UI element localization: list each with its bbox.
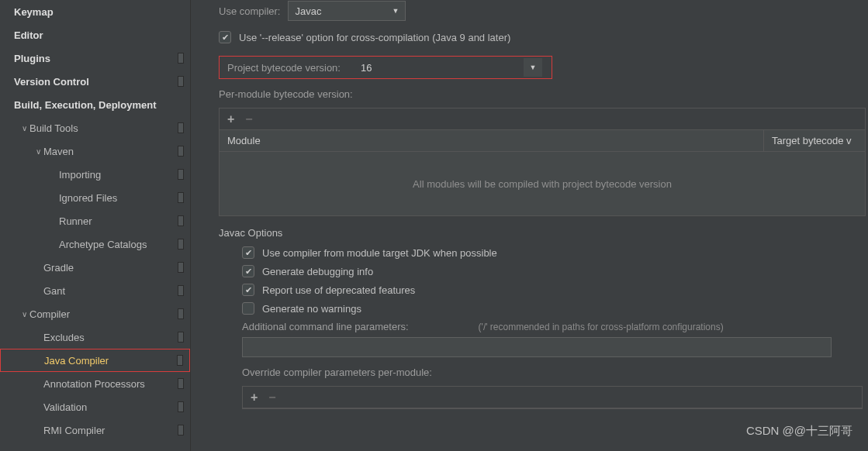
sidebar-item-build-tools[interactable]: ∨Build Tools <box>0 116 190 139</box>
scope-indicator-icon <box>178 53 184 64</box>
javac-option-row: ✔Report use of deprecated features <box>219 284 868 296</box>
use-compiler-value: Javac <box>295 5 321 17</box>
sidebar-item-label: Maven <box>43 146 175 157</box>
add-button[interactable]: + <box>251 391 258 405</box>
sidebar-item-gant[interactable]: Gant <box>0 279 190 302</box>
sidebar-item-build-execution-deployment[interactable]: Build, Execution, Deployment <box>0 93 190 116</box>
javac-option-row: ✔Generate debugging info <box>219 265 868 277</box>
remove-button[interactable]: − <box>245 112 252 126</box>
sidebar-item-label: Validation <box>43 401 175 413</box>
use-compiler-label: Use compiler: <box>219 5 280 17</box>
project-bytecode-value: 16 <box>361 62 372 74</box>
option-label: Use compiler from module target JDK when… <box>262 247 497 259</box>
sidebar-item-gradle[interactable]: Gradle <box>0 256 190 279</box>
checkbox[interactable]: ✔ <box>242 246 254 259</box>
sidebar-item-label: Ignored Files <box>59 192 175 204</box>
sidebar-item-label: Keymap <box>14 6 184 18</box>
sidebar-item-label: Archetype Catalogs <box>59 239 175 250</box>
sidebar-item-editor[interactable]: Editor <box>0 23 190 46</box>
settings-main-panel: Use compiler: Javac ▼ ✔ Use '--release' … <box>191 0 868 451</box>
javac-option-row: ✔Generate no warnings <box>219 302 868 315</box>
sidebar-item-label: Editor <box>14 29 184 41</box>
sidebar-item-java-compiler[interactable]: Java Compiler <box>0 349 190 372</box>
release-option-label: Use '--release' option for cross-compila… <box>239 32 510 43</box>
sidebar-item-label: Importing <box>59 169 175 181</box>
per-module-table: + − Module Target bytecode v All modules… <box>219 108 866 216</box>
scope-indicator-icon <box>178 285 184 296</box>
checkbox[interactable]: ✔ <box>242 284 254 296</box>
sidebar-item-version-control[interactable]: Version Control <box>0 70 190 93</box>
sidebar-item-label: Build Tools <box>29 122 175 134</box>
sidebar-item-label: Plugins <box>14 53 175 64</box>
scope-indicator-icon <box>178 122 184 133</box>
scope-indicator-icon <box>178 378 184 389</box>
sidebar-item-annotation-processors[interactable]: Annotation Processors <box>0 372 190 395</box>
chevron-down-icon: ∨ <box>33 147 43 156</box>
scope-indicator-icon <box>178 169 184 180</box>
scope-indicator-icon <box>178 262 184 273</box>
chevron-down-icon: ∨ <box>19 310 29 318</box>
scope-indicator-icon <box>178 308 184 319</box>
use-compiler-dropdown[interactable]: Javac ▼ <box>288 1 406 21</box>
sidebar-item-label: Compiler <box>29 308 175 320</box>
sidebar-item-label: RMI Compiler <box>43 425 175 436</box>
additional-params-input[interactable] <box>242 337 832 357</box>
sidebar-item-plugins[interactable]: Plugins <box>0 46 190 70</box>
sidebar-item-label: Version Control <box>14 76 175 88</box>
sidebar-item-label: Runner <box>59 215 175 227</box>
release-option-checkbox[interactable]: ✔ <box>219 31 231 43</box>
sidebar-item-label: Java Compiler <box>44 355 174 367</box>
javac-option-row: ✔Use compiler from module target JDK whe… <box>219 246 868 259</box>
project-bytecode-row: Project bytecode version: 16 ▼ <box>219 56 552 79</box>
checkbox[interactable]: ✔ <box>242 302 254 315</box>
per-module-label: Per-module bytecode version: <box>219 88 868 100</box>
settings-sidebar: KeymapEditorPluginsVersion ControlBuild,… <box>0 0 191 451</box>
remove-button[interactable]: − <box>268 391 275 405</box>
sidebar-item-label: Build, Execution, Deployment <box>14 99 184 111</box>
scope-indicator-icon <box>178 332 184 343</box>
scope-indicator-icon <box>177 355 183 366</box>
checkbox[interactable]: ✔ <box>242 265 254 277</box>
col-target[interactable]: Target bytecode v <box>764 130 865 151</box>
watermark: CSDN @@十三阿哥 <box>746 424 852 439</box>
scope-indicator-icon <box>178 239 184 250</box>
sidebar-item-excludes[interactable]: Excludes <box>0 325 190 349</box>
sidebar-item-validation[interactable]: Validation <box>0 395 190 418</box>
scope-indicator-icon <box>178 401 184 412</box>
scope-indicator-icon <box>178 192 184 203</box>
project-bytecode-label: Project bytecode version: <box>227 62 341 74</box>
sidebar-item-maven[interactable]: ∨Maven <box>0 139 190 163</box>
sidebar-item-label: Gant <box>43 285 175 297</box>
scope-indicator-icon <box>178 76 184 87</box>
col-module[interactable]: Module <box>220 130 764 151</box>
chevron-down-icon: ∨ <box>19 124 29 133</box>
chevron-down-icon: ▼ <box>393 7 399 15</box>
scope-indicator-icon <box>178 215 184 226</box>
sidebar-item-label: Gradle <box>43 262 175 274</box>
javac-options-title: Javac Options <box>219 227 868 239</box>
sidebar-item-archetype-catalogs[interactable]: Archetype Catalogs <box>0 232 190 256</box>
scope-indicator-icon <box>178 425 184 436</box>
project-bytecode-dropdown[interactable]: 16 ▼ <box>354 57 548 78</box>
sidebar-item-keymap[interactable]: Keymap <box>0 0 190 23</box>
option-label: Generate no warnings <box>262 303 361 315</box>
sidebar-item-rmi-compiler[interactable]: RMI Compiler <box>0 418 190 442</box>
override-label: Override compiler parameters per-module: <box>242 367 868 378</box>
table-header: Module Target bytecode v <box>220 130 865 152</box>
override-table: + − <box>242 386 863 409</box>
sidebar-item-compiler[interactable]: ∨Compiler <box>0 302 190 325</box>
sidebar-item-label: Excludes <box>43 332 175 343</box>
additional-params-hint: ('/' recommended in paths for cross-plat… <box>479 322 724 332</box>
table-body-empty: All modules will be compiled with projec… <box>220 152 865 215</box>
sidebar-item-label: Annotation Processors <box>43 378 175 390</box>
add-button[interactable]: + <box>227 112 234 126</box>
sidebar-item-ignored-files[interactable]: Ignored Files <box>0 186 190 209</box>
scope-indicator-icon <box>178 146 184 157</box>
option-label: Generate debugging info <box>262 266 373 277</box>
additional-params-label: Additional command line parameters: <box>242 321 409 332</box>
chevron-down-icon: ▼ <box>524 58 542 77</box>
override-toolbar: + − <box>243 387 862 408</box>
option-label: Report use of deprecated features <box>262 284 415 296</box>
sidebar-item-importing[interactable]: Importing <box>0 163 190 186</box>
sidebar-item-runner[interactable]: Runner <box>0 209 190 232</box>
